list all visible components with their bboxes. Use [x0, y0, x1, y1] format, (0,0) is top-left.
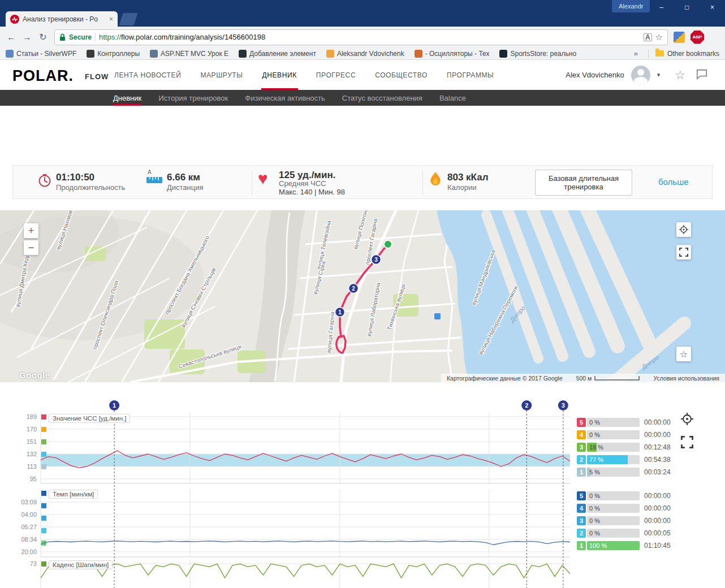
polar-logo[interactable]: POLAR. — [12, 67, 74, 85]
zone-row[interactable]: 40 %00:00:00 — [577, 504, 679, 513]
distance-ruler-icon — [146, 176, 162, 184]
polar-header: POLAR. FLOW ЛЕНТА НОВОСТЕЙ МАРШРУТЫ ДНЕВ… — [0, 60, 725, 90]
map-terms-link[interactable]: Условия использования — [653, 375, 719, 382]
zone-percentage-bar: 0 % — [587, 504, 640, 513]
favorites-star-icon[interactable]: ☆ — [675, 68, 685, 82]
window-maximize-button[interactable]: □ — [674, 0, 700, 15]
bookmark-label: Статьи - SilverWPF — [16, 50, 76, 58]
new-tab-button[interactable] — [119, 13, 137, 25]
browser-tab[interactable]: Анализ тренировки - Po × — [6, 11, 118, 27]
subnav-diary[interactable]: Дневник — [113, 90, 141, 106]
chevron-down-icon[interactable]: ▾ — [657, 71, 661, 79]
translate-icon[interactable]: A — [644, 33, 652, 41]
map-zoom-in-button[interactable]: + — [24, 223, 38, 238]
zone-row[interactable]: 50 %00:00:00 — [577, 491, 679, 500]
route-start-marker[interactable] — [384, 240, 392, 248]
map-canvas[interactable]: вулиця Нахімова вулиця Дмитра Кедріна пр… — [0, 210, 725, 382]
bookmarks-bar: Статьи - SilverWPF Контроллеры ASP.NET M… — [0, 47, 725, 60]
other-bookmarks-button[interactable]: Other bookmarks — [648, 50, 719, 58]
back-button[interactable]: ← — [3, 29, 19, 45]
duration-value: 01:10:50 — [56, 172, 94, 183]
y-tick-label: 189 — [27, 413, 37, 420]
nav-feed[interactable]: ЛЕНТА НОВОСТЕЙ — [114, 60, 181, 90]
route-map[interactable]: вулиця Нахімова вулиця Дмитра Кедріна пр… — [0, 210, 725, 382]
zone-number: 2 — [577, 529, 586, 538]
extension-icon[interactable] — [674, 32, 685, 43]
zone-row[interactable]: 1100 %01:10:45 — [577, 541, 679, 550]
other-bookmarks-label: Other bookmarks — [667, 50, 719, 58]
chart-fullscreen-button[interactable] — [681, 436, 693, 451]
zone-percentage-label: 18 % — [589, 443, 603, 452]
more-link[interactable]: больше — [658, 177, 689, 187]
zone-number: 5 — [577, 491, 586, 500]
map-favorite-star-button[interactable]: ☆ — [676, 347, 691, 361]
feedback-bubble-icon[interactable] — [696, 68, 708, 82]
tab-close-icon[interactable]: × — [109, 15, 113, 23]
chart-settings-button[interactable] — [681, 413, 693, 427]
map-locate-button[interactable] — [676, 222, 691, 237]
nav-programs[interactable]: ПРОГРАММЫ — [447, 60, 494, 90]
nav-progress[interactable]: ПРОГРЕСС — [316, 60, 356, 90]
zone-row[interactable]: 20 %00:00:05 — [577, 529, 679, 538]
map-zoom-out-button[interactable]: − — [24, 240, 38, 255]
bookmark-item[interactable]: - Осцилляторы - Тех — [415, 50, 490, 58]
user-name: Alex Vdovichenko — [566, 71, 624, 79]
zone-percentage-label: 0 % — [589, 491, 600, 500]
cadence-chart-label: Каденс [Шаги/мин] — [49, 560, 113, 569]
nav-diary[interactable]: ДНЕВНИК — [262, 60, 297, 90]
zone-row[interactable]: 15 %00:03:24 — [577, 468, 679, 477]
bookmark-label: Контроллеры — [97, 50, 140, 58]
bookmark-item[interactable]: ASP.NET MVC Урок Е — [150, 50, 228, 58]
y-tick-label: 03:09 — [21, 499, 37, 505]
flow-product-label: FLOW — [85, 72, 109, 81]
url-text[interactable]: https://flow.polar.com/training/analysis… — [99, 33, 640, 41]
bookmark-favicon — [150, 50, 158, 58]
bookmark-label: Добавление элемент — [249, 50, 316, 58]
adblock-icon[interactable]: ABP — [691, 31, 704, 44]
bookmark-item[interactable]: Статьи - SilverWPF — [6, 50, 76, 58]
window-titlebar[interactable]: Alexandr – □ × Анализ тренировки - Po × — [0, 0, 725, 27]
nav-community[interactable]: СООБЩЕСТВО — [375, 60, 428, 90]
training-program-button[interactable]: Базовая длительная тренировка — [535, 170, 632, 196]
zone-number: 2 — [577, 455, 586, 464]
map-fullscreen-button[interactable] — [676, 245, 691, 260]
zone-row[interactable]: 318 %00:12:48 — [577, 443, 679, 452]
subnav-recovery[interactable]: Статус восстановления — [342, 90, 422, 106]
zone-legend-square — [41, 503, 46, 508]
zone-number: 1 — [577, 468, 586, 477]
nav-routes[interactable]: МАРШРУТЫ — [200, 60, 243, 90]
zone-row[interactable]: 50 %00:00:00 — [577, 418, 679, 427]
y-tick-label: 08:34 — [21, 536, 37, 543]
zone-row[interactable]: 277 %00:54:38 — [577, 455, 679, 464]
zone-time-label: 00:00:00 — [644, 431, 679, 439]
window-close-button[interactable]: × — [700, 0, 725, 15]
hr-minmax: Макс. 140 | Мин. 98 — [279, 188, 345, 196]
google-logo: Google — [19, 370, 50, 380]
bookmark-item[interactable]: Добавление элемент — [239, 50, 316, 58]
bookmark-item[interactable]: Aleksandr Vdovichenk — [326, 50, 404, 58]
subnav-balance[interactable]: Balance — [439, 90, 466, 106]
bookmark-item[interactable]: SportsStore: реально — [499, 50, 576, 58]
header-user-area: Alex Vdovichenko ▾ ☆ — [566, 60, 708, 90]
zone-row[interactable]: 30 %00:00:00 — [577, 516, 679, 525]
bookmark-star-icon[interactable]: ☆ — [655, 32, 663, 42]
map-attribution-bar: Картографические данные © 2017 Google 50… — [441, 374, 725, 382]
forward-button[interactable]: → — [19, 29, 35, 45]
zone-legend-square — [41, 464, 46, 469]
browser-profile-badge[interactable]: Alexandr — [612, 0, 650, 12]
address-bar[interactable]: Secure https://flow.polar.com/training/a… — [54, 29, 668, 45]
bookmarks-overflow-chevron[interactable]: » — [634, 49, 638, 58]
zone-percentage-label: 0 % — [589, 516, 600, 525]
subnav-history[interactable]: История тренировок — [158, 90, 228, 106]
window-minimize-button[interactable]: – — [649, 0, 674, 15]
zone-legend-square — [41, 528, 46, 533]
zone-legend-square — [41, 561, 46, 567]
bookmark-item[interactable]: Контроллеры — [87, 50, 140, 58]
avatar[interactable] — [631, 66, 650, 85]
zone-time-label: 00:00:00 — [644, 418, 679, 426]
diary-subnav: Дневник История тренировок Физическая ак… — [0, 90, 725, 106]
bookmark-favicon — [6, 50, 14, 58]
subnav-activity[interactable]: Физическая активность — [245, 90, 325, 106]
reload-button[interactable]: ↻ — [35, 29, 51, 45]
zone-row[interactable]: 40 %00:00:00 — [577, 430, 679, 439]
